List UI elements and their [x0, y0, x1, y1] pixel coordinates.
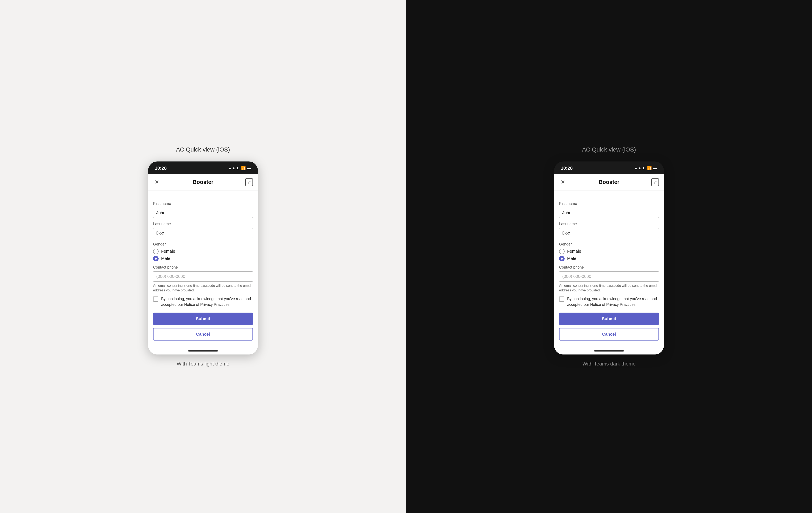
first-name-input-light[interactable]	[153, 208, 253, 218]
home-indicator-light	[148, 349, 258, 354]
light-phone-shell: 10:28 ▲▲▲ 📶 ▬ ✕ Booster ⤢ First name Las…	[148, 161, 258, 355]
app-content-light: ✕ Booster ⤢ First name Last name Gender …	[148, 174, 258, 355]
dark-phone-shell: 10:28 ▲▲▲ 📶 ▬ ✕ Booster ⤢ First name Las…	[554, 161, 664, 355]
signal-icon-right: ▲▲▲	[634, 166, 645, 170]
submit-button-light[interactable]: Submit	[153, 313, 253, 325]
gender-label-light: Gender	[153, 242, 253, 247]
last-name-input-dark[interactable]	[559, 228, 659, 238]
app-header-dark: ✕ Booster ⤢	[554, 174, 664, 190]
gender-female-option-dark[interactable]: Female	[559, 249, 659, 254]
checkbox-row-light[interactable]: By continuing, you acknowledge that you'…	[153, 296, 253, 307]
checkbox-text-light: By continuing, you acknowledge that you'…	[161, 296, 253, 307]
first-name-label-light: First name	[153, 201, 253, 206]
right-panel-title: AC Quick view (iOS)	[582, 146, 636, 153]
battery-icon-right: ▬	[654, 166, 657, 170]
email-note-dark: An email containing a one-time passcode …	[559, 284, 659, 293]
status-bar-light: 10:28 ▲▲▲ 📶 ▬	[148, 161, 258, 174]
home-bar-dark	[594, 350, 624, 352]
home-indicator-dark	[554, 349, 664, 354]
gender-male-option-dark[interactable]: Male	[559, 256, 659, 261]
female-label-dark: Female	[567, 249, 581, 254]
submit-button-dark[interactable]: Submit	[559, 313, 659, 325]
checkbox-text-dark: By continuing, you acknowledge that you'…	[567, 296, 659, 307]
left-panel-subtitle: With Teams light theme	[177, 361, 229, 367]
expand-button-light[interactable]: ⤢	[245, 179, 253, 186]
app-header-light: ✕ Booster ⤢	[148, 174, 258, 190]
contact-phone-input-dark[interactable]	[559, 271, 659, 282]
checkbox-dark[interactable]	[559, 297, 564, 302]
light-theme-panel: AC Quick view (iOS) 10:28 ▲▲▲ 📶 ▬ ✕ Boos…	[0, 0, 406, 513]
last-name-label-dark: Last name	[559, 222, 659, 226]
close-button-light[interactable]: ✕	[153, 179, 161, 186]
home-bar-light	[188, 350, 218, 352]
status-time-left: 10:28	[155, 165, 167, 171]
gender-female-option-light[interactable]: Female	[153, 249, 253, 254]
male-radio-light[interactable]	[153, 256, 158, 261]
status-bar-dark: 10:28 ▲▲▲ 📶 ▬	[554, 161, 664, 174]
checkbox-light[interactable]	[153, 297, 158, 302]
first-name-input-dark[interactable]	[559, 208, 659, 218]
form-body-dark: First name Last name Gender Female Male …	[554, 190, 664, 349]
male-label-light: Male	[161, 256, 170, 261]
right-panel-subtitle: With Teams dark theme	[582, 361, 636, 367]
close-button-dark[interactable]: ✕	[559, 179, 567, 186]
gender-male-option-light[interactable]: Male	[153, 256, 253, 261]
left-panel-title: AC Quick view (iOS)	[176, 146, 230, 153]
wifi-icon-left: 📶	[241, 166, 246, 170]
last-name-input-light[interactable]	[153, 228, 253, 238]
status-icons-right: ▲▲▲ 📶 ▬	[634, 166, 657, 170]
last-name-label-light: Last name	[153, 222, 253, 226]
checkbox-row-dark[interactable]: By continuing, you acknowledge that you'…	[559, 296, 659, 307]
first-name-label-dark: First name	[559, 201, 659, 206]
male-radio-dark[interactable]	[559, 256, 564, 261]
female-label-light: Female	[161, 249, 175, 254]
status-time-right: 10:28	[561, 165, 573, 171]
app-title-light: Booster	[193, 179, 213, 185]
app-title-dark: Booster	[599, 179, 619, 185]
signal-icon-left: ▲▲▲	[228, 166, 239, 170]
expand-button-dark[interactable]: ⤢	[651, 179, 659, 186]
contact-phone-label-light: Contact phone	[153, 265, 253, 270]
app-content-dark: ✕ Booster ⤢ First name Last name Gender …	[554, 174, 664, 355]
female-radio-dark[interactable]	[559, 249, 564, 254]
gender-section-light: Gender Female Male	[153, 242, 253, 261]
wifi-icon-right: 📶	[647, 166, 652, 170]
cancel-button-dark[interactable]: Cancel	[559, 328, 659, 341]
status-icons-left: ▲▲▲ 📶 ▬	[228, 166, 251, 170]
male-label-dark: Male	[567, 256, 576, 261]
female-radio-light[interactable]	[153, 249, 158, 254]
contact-phone-input-light[interactable]	[153, 271, 253, 282]
email-note-light: An email containing a one-time passcode …	[153, 284, 253, 293]
form-body-light: First name Last name Gender Female Male …	[148, 190, 258, 349]
gender-section-dark: Gender Female Male	[559, 242, 659, 261]
contact-phone-label-dark: Contact phone	[559, 265, 659, 270]
battery-icon-left: ▬	[248, 166, 251, 170]
cancel-button-light[interactable]: Cancel	[153, 328, 253, 341]
gender-label-dark: Gender	[559, 242, 659, 247]
dark-theme-panel: AC Quick view (iOS) 10:28 ▲▲▲ 📶 ▬ ✕ Boos…	[406, 0, 812, 513]
